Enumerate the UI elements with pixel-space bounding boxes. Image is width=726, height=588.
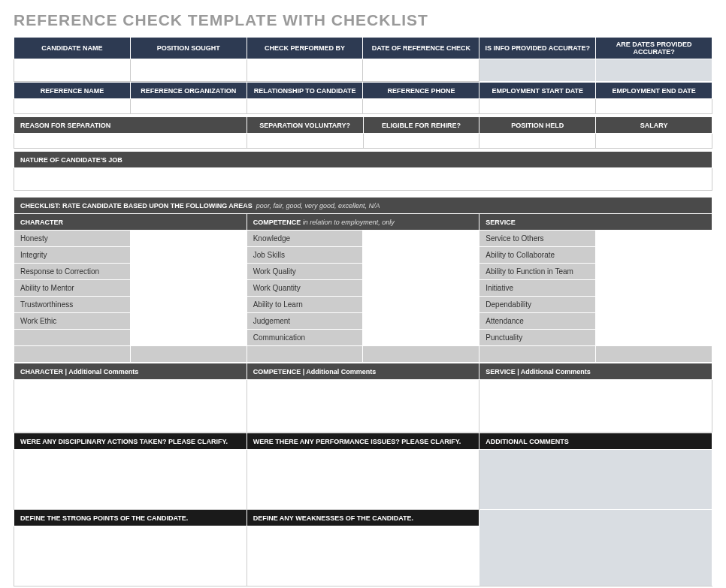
inp-weaknesses[interactable]: [247, 526, 479, 586]
val-judgement[interactable]: [363, 313, 479, 330]
lbl-knowledge: Knowledge: [247, 231, 363, 247]
val-attendance[interactable]: [596, 313, 712, 330]
hdr-check-performed-by: CHECK PERFORMED BY: [247, 38, 363, 59]
inp-dates-accurate[interactable]: [596, 59, 712, 82]
val-service-others[interactable]: [596, 231, 712, 247]
val-response-correction[interactable]: [130, 264, 247, 280]
blank-a8: [14, 346, 131, 363]
inp-reason-sep[interactable]: [14, 134, 247, 149]
inp-reference-name[interactable]: [14, 99, 131, 114]
lbl-attendance: Attendance: [479, 313, 596, 330]
hdr-eligible-rehire: ELIGIBLE FOR REHIRE?: [363, 117, 479, 134]
lbl-honesty: Honesty: [14, 231, 131, 247]
lbl-trustworthiness: Trustworthiness: [14, 297, 131, 313]
val-integrity[interactable]: [130, 247, 247, 264]
blank-a7: [14, 330, 131, 346]
header-row-1: CANDIDATE NAME POSITION SOUGHT CHECK PER…: [14, 37, 712, 82]
comments-table: CHARACTER | Additional Comments COMPETEN…: [14, 363, 712, 433]
lbl-integrity: Integrity: [14, 247, 131, 264]
col-competence: COMPETENCE in relation to employment, on…: [247, 214, 479, 231]
hdr-performance: WERE THERE ANY PERFORMANCE ISSUES? PLEAS…: [247, 433, 479, 450]
inp-emp-end[interactable]: [596, 99, 712, 114]
inp-char-comments[interactable]: [14, 380, 247, 433]
inp-relationship[interactable]: [247, 99, 363, 114]
lbl-service-others: Service to Others: [479, 231, 596, 247]
checklist-header: CHECKLIST: RATE CANDIDATE BASED UPON THE…: [14, 198, 712, 214]
val-honesty[interactable]: [130, 231, 247, 247]
val-a7[interactable]: [130, 330, 247, 346]
inp-comp-comments[interactable]: [247, 380, 479, 433]
page-title: REFERENCE CHECK TEMPLATE WITH CHECKLIST: [14, 11, 712, 29]
lbl-work-quality: Work Quality: [247, 264, 363, 280]
hdr-emp-end: EMPLOYMENT END DATE: [596, 83, 712, 99]
checklist-hint: poor, fair, good, very good, excellent, …: [256, 202, 380, 210]
lbl-judgement: Judgement: [247, 313, 363, 330]
hdr-date-of-check: DATE OF REFERENCE CHECK: [363, 38, 479, 59]
val-function-team[interactable]: [596, 264, 712, 280]
val-dependability[interactable]: [596, 297, 712, 313]
header-row-4: NATURE OF CANDIDATE'S JOB: [14, 151, 712, 191]
header-row-3: REASON FOR SEPARATION SEPARATION VOLUNTA…: [14, 116, 712, 149]
val-collaborate[interactable]: [596, 247, 712, 264]
blank-c8v: [596, 346, 712, 363]
hdr-additional: ADDITIONAL COMMENTS: [479, 433, 712, 450]
blank-b8v: [363, 346, 479, 363]
lbl-work-quantity: Work Quantity: [247, 280, 363, 297]
inp-reference-org[interactable]: [130, 99, 247, 114]
hdr-position-sought: POSITION SOUGHT: [130, 38, 247, 59]
hdr-nature-job: NATURE OF CANDIDATE'S JOB: [14, 152, 712, 168]
hdr-strong-points: DEFINE THE STRONG POINTS OF THE CANDIDAT…: [14, 510, 247, 526]
val-communication[interactable]: [363, 330, 479, 346]
lbl-job-skills: Job Skills: [247, 247, 363, 264]
val-trustworthiness[interactable]: [130, 297, 247, 313]
hdr-char-comments: CHARACTER | Additional Comments: [14, 363, 247, 380]
hdr-reference-org: REFERENCE ORGANIZATION: [130, 83, 247, 99]
lbl-mentor: Ability to Mentor: [14, 280, 131, 297]
blank-b8: [247, 346, 363, 363]
val-ability-learn[interactable]: [363, 297, 479, 313]
hdr-candidate-name: CANDIDATE NAME: [14, 38, 131, 59]
hdr-reason-sep: REASON FOR SEPARATION: [14, 117, 247, 134]
inp-info-accurate[interactable]: [479, 59, 596, 82]
checklist-title: CHECKLIST: RATE CANDIDATE BASED UPON THE…: [20, 202, 253, 210]
val-initiative[interactable]: [596, 280, 712, 297]
lbl-communication: Communication: [247, 330, 363, 346]
hdr-reference-phone: REFERENCE PHONE: [363, 83, 479, 99]
hdr-dates-accurate: ARE DATES PROVIDED ACCURATE?: [596, 38, 712, 59]
lbl-ability-learn: Ability to Learn: [247, 297, 363, 313]
inp-eligible-rehire[interactable]: [363, 134, 479, 149]
inp-additional-2[interactable]: [479, 510, 712, 586]
inp-additional[interactable]: [479, 450, 712, 510]
header-row-2: REFERENCE NAME REFERENCE ORGANIZATION RE…: [14, 82, 712, 114]
inp-date-of-check[interactable]: [363, 59, 479, 82]
inp-check-performed-by[interactable]: [247, 59, 363, 82]
inp-performance[interactable]: [247, 450, 479, 510]
val-work-quality[interactable]: [363, 264, 479, 280]
inp-serv-comments[interactable]: [479, 380, 712, 433]
val-punctuality[interactable]: [596, 330, 712, 346]
checklist-table: CHECKLIST: RATE CANDIDATE BASED UPON THE…: [14, 197, 712, 363]
inp-candidate-name[interactable]: [14, 59, 131, 82]
inp-sep-voluntary[interactable]: [247, 134, 363, 149]
inp-position-held[interactable]: [479, 134, 596, 149]
col-service: SERVICE: [479, 214, 712, 231]
inp-emp-start[interactable]: [479, 99, 596, 114]
val-mentor[interactable]: [130, 280, 247, 297]
inp-salary[interactable]: [596, 134, 712, 149]
hdr-info-accurate: IS INFO PROVIDED ACCURATE?: [479, 38, 596, 59]
hdr-serv-comments: SERVICE | Additional Comments: [479, 363, 712, 380]
inp-strong-points[interactable]: [14, 526, 247, 586]
val-work-quantity[interactable]: [363, 280, 479, 297]
inp-position-sought[interactable]: [130, 59, 247, 82]
lbl-response-correction: Response to Correction: [14, 264, 131, 280]
val-knowledge[interactable]: [363, 231, 479, 247]
val-job-skills[interactable]: [363, 247, 479, 264]
inp-nature-job[interactable]: [14, 168, 712, 191]
inp-reference-phone[interactable]: [363, 99, 479, 114]
questions-table: WERE ANY DISCIPLINARY ACTIONS TAKEN? PLE…: [14, 433, 712, 586]
inp-disciplinary[interactable]: [14, 450, 247, 510]
hdr-comp-comments: COMPETENCE | Additional Comments: [247, 363, 479, 380]
blank-c8: [479, 346, 596, 363]
hdr-weaknesses: DEFINE ANY WEAKNESSES OF THE CANDIDATE.: [247, 510, 479, 526]
val-work-ethic[interactable]: [130, 313, 247, 330]
